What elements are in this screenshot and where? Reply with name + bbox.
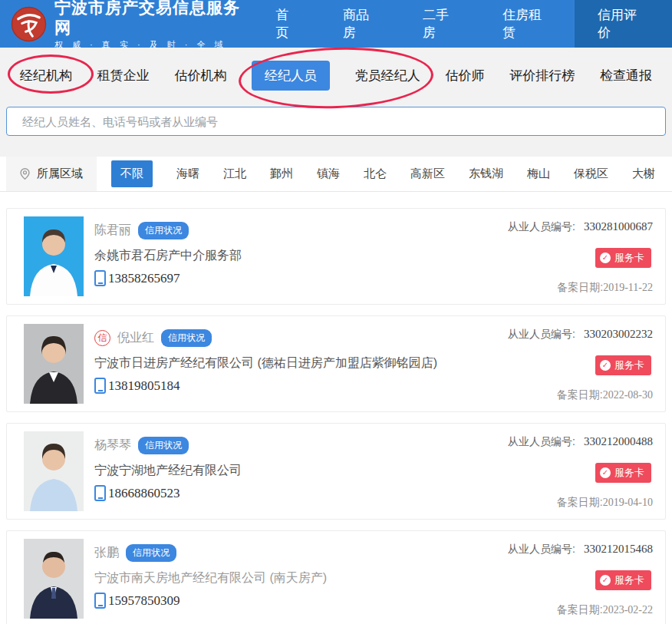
agent-company: 宁波宁湖地产经纪有限公司 — [94, 463, 456, 479]
region-option-meishan[interactable]: 梅山 — [527, 167, 550, 181]
agent-company: 宁波市南天房地产经纪有限公司 (南天房产) — [94, 570, 456, 586]
service-card-button[interactable]: 服务卡 — [595, 355, 651, 375]
subnav-item-agencies[interactable]: 经纪机构 — [20, 67, 72, 84]
credit-status-badge[interactable]: 信用状况 — [138, 222, 189, 239]
license-number: 330212015468 — [584, 543, 653, 555]
service-card-button[interactable]: 服务卡 — [595, 570, 651, 590]
license-number-label: 从业人员编号: — [508, 220, 575, 233]
agent-meta: 从业人员编号:330212015468 服务卡 备案日期:2023-02-22 — [456, 539, 653, 619]
agent-phone: 15957850309 — [108, 593, 180, 609]
subnav-item-rental-companies[interactable]: 租赁企业 — [97, 67, 150, 84]
agent-company: 宁波市日进房产经纪有限公司 (德祐日进房产加盟店紫御铭园店) — [94, 355, 456, 371]
region-option-jiangbei[interactable]: 江北 — [223, 167, 246, 181]
license-number: 330281000687 — [584, 220, 653, 233]
agent-name: 张鹏 — [94, 545, 119, 561]
agent-info: 杨琴琴 信用状况 宁波宁湖地产经纪有限公司 18668860523 — [94, 431, 456, 511]
record-date: 2019-04-10 — [603, 497, 653, 508]
agent-phone: 13819805184 — [108, 378, 180, 394]
mobile-phone-icon — [94, 270, 106, 286]
service-card-button[interactable]: 服务卡 — [595, 463, 651, 483]
credit-status-badge[interactable]: 信用状况 — [126, 544, 176, 562]
agent-photo — [24, 324, 84, 404]
agent-info: 陈君丽 信用状况 余姚市君石房产中介服务部 13858265697 — [94, 216, 456, 296]
site-brand: 宁波市房产交易信息服务网 权 威 · 真 实 · 及 时 · 全 域 — [11, 0, 255, 51]
region-option-beilun[interactable]: 北仑 — [364, 167, 387, 181]
agent-phone: 13858265697 — [108, 271, 180, 286]
region-filter-label: 所属区域 — [6, 157, 97, 191]
region-option-yinzhou[interactable]: 鄞州 — [270, 167, 293, 181]
nav-housing-rental[interactable]: 住房租赁 — [482, 0, 575, 48]
xin-credit-icon: 信 — [94, 330, 110, 346]
check-icon — [600, 575, 611, 586]
site-tagline: 权 威 · 真 实 · 及 时 · 全 域 — [54, 39, 255, 51]
subnav-item-inspection-reports[interactable]: 检查通报 — [600, 67, 652, 84]
agent-photo — [24, 431, 84, 511]
agent-meta: 从业人员编号:330281000687 服务卡 备案日期:2019-11-22 — [456, 216, 653, 296]
region-option-dongqianhu[interactable]: 东钱湖 — [469, 167, 503, 181]
region-options: 不限 海曙 江北 鄞州 镇海 北仑 高新区 东钱湖 梅山 保税区 大榭 奉化 余… — [97, 157, 672, 191]
record-date-label: 备案日期: — [557, 603, 603, 616]
agent-name: 倪业红 — [117, 330, 154, 346]
agent-card: 张鹏 信用状况 宁波市南天房地产经纪有限公司 (南天房产) 1595785030… — [6, 530, 666, 624]
agent-name: 杨琴琴 — [94, 437, 131, 454]
region-option-gaoxinqu[interactable]: 高新区 — [410, 167, 445, 181]
top-header: 宁波市房产交易信息服务网 权 威 · 真 实 · 及 时 · 全 域 首页 商品… — [0, 0, 672, 48]
mobile-phone-icon — [94, 378, 106, 394]
record-date-label: 备案日期: — [557, 496, 603, 508]
record-date-label: 备案日期: — [557, 281, 603, 293]
agent-card: 信 倪业红 信用状况 宁波市日进房产经纪有限公司 (德祐日进房产加盟店紫御铭园店… — [6, 315, 666, 412]
agent-meta: 从业人员编号:330203002232 服务卡 备案日期:2022-08-30 — [456, 324, 653, 404]
credit-section-band: 经纪机构 租赁企业 估价机构 经纪人员 党员经纪人 估价师 评价排行榜 检查通报 — [0, 48, 672, 157]
region-option-haishu[interactable]: 海曙 — [176, 167, 199, 181]
agent-meta: 从业人员编号:330212000488 服务卡 备案日期:2019-04-10 — [456, 431, 653, 511]
agent-phone: 18668860523 — [108, 486, 180, 501]
license-number-label: 从业人员编号: — [508, 435, 575, 447]
nav-credit-rating[interactable]: 信用评价 — [575, 0, 672, 48]
credit-subnav: 经纪机构 租赁企业 估价机构 经纪人员 党员经纪人 估价师 评价排行榜 检查通报 — [0, 48, 672, 104]
mobile-phone-icon — [94, 485, 106, 501]
agent-company: 余姚市君石房产中介服务部 — [94, 248, 456, 264]
check-icon — [600, 360, 611, 371]
license-number: 330203002232 — [584, 328, 653, 340]
site-logo-seal-icon — [11, 6, 47, 42]
subnav-item-rating-ranking[interactable]: 评价排行榜 — [509, 67, 575, 84]
agent-info: 信 倪业红 信用状况 宁波市日进房产经纪有限公司 (德祐日进房产加盟店紫御铭园店… — [94, 324, 456, 404]
record-date: 2023-02-22 — [603, 604, 653, 616]
agent-card: 杨琴琴 信用状况 宁波宁湖地产经纪有限公司 18668860523 从业人员编号… — [6, 423, 666, 520]
subnav-item-party-member-agents[interactable]: 党员经纪人 — [355, 67, 420, 84]
subnav-item-valuers[interactable]: 估价师 — [446, 67, 485, 84]
agent-name: 陈君丽 — [94, 223, 131, 239]
mobile-phone-icon — [94, 593, 106, 609]
subnav-item-agents[interactable]: 经纪人员 — [252, 61, 330, 91]
subnav-item-valuation-agencies[interactable]: 估价机构 — [174, 67, 226, 84]
agent-card: 陈君丽 信用状况 余姚市君石房产中介服务部 13858265697 从业人员编号… — [6, 208, 666, 305]
nav-home[interactable]: 首页 — [255, 0, 321, 48]
location-pin-icon — [18, 167, 31, 180]
search-bar — [0, 104, 672, 136]
region-option-baoshuiqu[interactable]: 保税区 — [574, 167, 608, 181]
agent-photo — [24, 539, 84, 619]
agent-list: 陈君丽 信用状况 余姚市君石房产中介服务部 13858265697 从业人员编号… — [0, 192, 672, 624]
main-nav: 首页 商品房 二手房 住房租赁 信用评价 — [255, 0, 672, 48]
region-option-unlimited[interactable]: 不限 — [111, 160, 153, 187]
record-date: 2022-08-30 — [603, 389, 653, 401]
check-icon — [600, 467, 611, 478]
record-date: 2019-11-22 — [603, 282, 653, 293]
license-number-label: 从业人员编号: — [508, 328, 575, 340]
nav-second-hand-housing[interactable]: 二手房 — [402, 0, 482, 48]
region-filter-row: 所属区域 不限 海曙 江北 鄞州 镇海 北仑 高新区 东钱湖 梅山 保税区 大榭… — [0, 157, 672, 192]
region-option-daxie[interactable]: 大榭 — [632, 167, 655, 181]
site-title: 宁波市房产交易信息服务网 — [54, 0, 255, 38]
credit-status-badge[interactable]: 信用状况 — [161, 329, 212, 347]
agent-search-input[interactable] — [6, 107, 666, 136]
check-icon — [600, 253, 611, 263]
credit-status-badge[interactable]: 信用状况 — [138, 437, 189, 454]
service-card-button[interactable]: 服务卡 — [595, 248, 651, 268]
agent-photo — [24, 216, 84, 296]
nav-commercial-housing[interactable]: 商品房 — [322, 0, 402, 48]
region-option-zhenhai[interactable]: 镇海 — [317, 167, 340, 181]
license-number-label: 从业人员编号: — [508, 543, 575, 555]
record-date-label: 备案日期: — [557, 388, 603, 401]
agent-info: 张鹏 信用状况 宁波市南天房地产经纪有限公司 (南天房产) 1595785030… — [94, 539, 456, 619]
license-number: 330212000488 — [584, 435, 653, 447]
